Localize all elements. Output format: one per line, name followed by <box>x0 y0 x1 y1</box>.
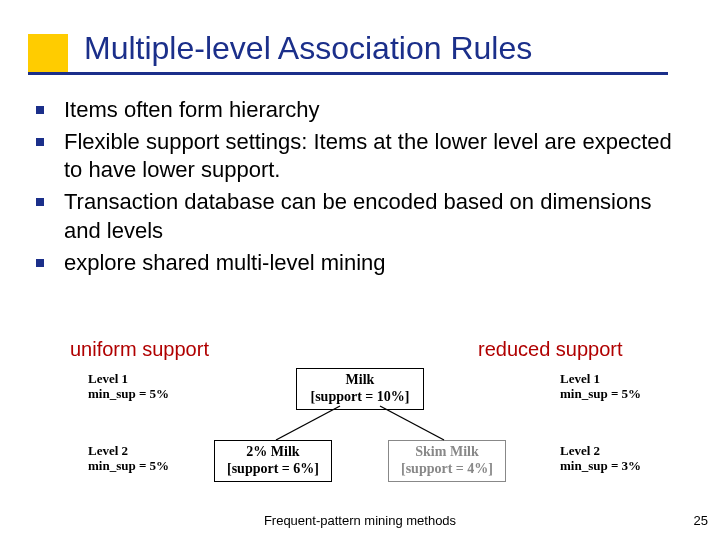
label-line: Level 2 <box>560 443 600 458</box>
box-title: Skim Milk <box>415 444 478 459</box>
slide-title: Multiple-level Association Rules <box>84 30 532 67</box>
title-underline <box>28 72 668 75</box>
label-line: Level 1 <box>88 371 128 386</box>
list-item: Items often form hierarchy <box>36 96 676 124</box>
bullet-icon <box>36 106 44 114</box>
reduced-support-label: reduced support <box>478 338 623 361</box>
box-title: Milk <box>346 372 375 387</box>
bullet-list: Items often form hierarchy Flexible supp… <box>36 96 676 281</box>
list-item: explore shared multi-level mining <box>36 249 676 277</box>
svg-line-0 <box>276 406 340 440</box>
bullet-text: explore shared multi-level mining <box>64 249 386 277</box>
page-number: 25 <box>694 513 708 528</box>
box-title: 2% Milk <box>246 444 299 459</box>
title-accent-block <box>28 34 68 72</box>
list-item: Transaction database can be encoded base… <box>36 188 676 244</box>
bullet-icon <box>36 198 44 206</box>
slide-footer: Frequent-pattern mining methods <box>0 513 720 528</box>
bullet-icon <box>36 259 44 267</box>
skim-milk-box: Skim Milk [support = 4%] <box>388 440 506 482</box>
label-line: min_sup = 5% <box>88 458 169 473</box>
label-line: min_sup = 5% <box>560 386 641 401</box>
bullet-text: Flexible support settings: Items at the … <box>64 128 676 184</box>
milk-box: Milk [support = 10%] <box>296 368 424 410</box>
bullet-text: Items often form hierarchy <box>64 96 320 124</box>
label-line: Level 2 <box>88 443 128 458</box>
left-level1-label: Level 1 min_sup = 5% <box>88 372 169 402</box>
box-support: [support = 4%] <box>401 461 493 476</box>
right-level2-label: Level 2 min_sup = 3% <box>560 444 641 474</box>
label-line: min_sup = 3% <box>560 458 641 473</box>
label-line: Level 1 <box>560 371 600 386</box>
left-level2-label: Level 2 min_sup = 5% <box>88 444 169 474</box>
list-item: Flexible support settings: Items at the … <box>36 128 676 184</box>
bullet-text: Transaction database can be encoded base… <box>64 188 676 244</box>
label-line: min_sup = 5% <box>88 386 169 401</box>
uniform-support-label: uniform support <box>70 338 209 361</box>
two-percent-milk-box: 2% Milk [support = 6%] <box>214 440 332 482</box>
right-level1-label: Level 1 min_sup = 5% <box>560 372 641 402</box>
box-support: [support = 6%] <box>227 461 319 476</box>
svg-line-1 <box>380 406 444 440</box>
box-support: [support = 10%] <box>311 389 410 404</box>
bullet-icon <box>36 138 44 146</box>
